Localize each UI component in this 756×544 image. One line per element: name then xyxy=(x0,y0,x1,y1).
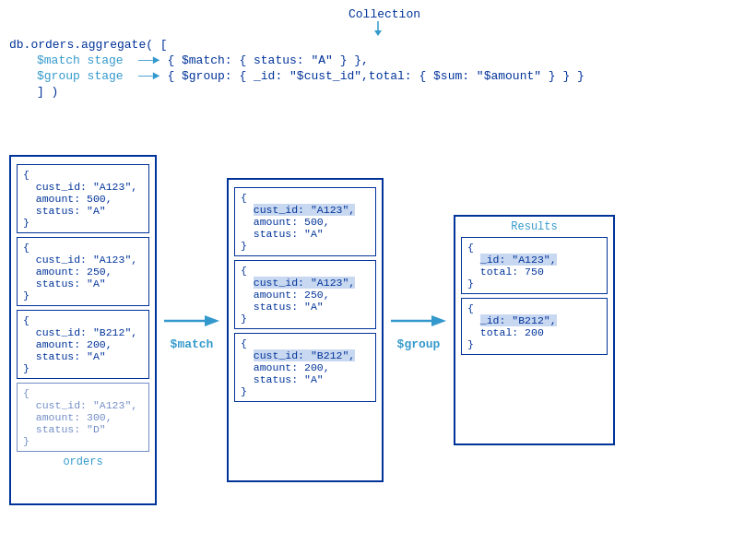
group-stage-label: $group stage xyxy=(37,69,138,83)
match-doc-3: { cust_id: "B212", amount: 200, status: … xyxy=(234,333,376,402)
match-arrow-block: $match xyxy=(164,308,219,351)
mdoc2-cust: cust_id: "A123", xyxy=(241,277,370,289)
rdoc2-id-highlight: _id: "B212", xyxy=(480,314,557,326)
doc1-close: } xyxy=(23,217,143,229)
collection-box-label: orders xyxy=(15,455,151,468)
results-box: Results { _id: "A123", total: 750 } { _i… xyxy=(454,215,615,445)
group-stage-row: $group stage ——► { $group: { _id: "$cust… xyxy=(9,69,747,83)
collection-down-arrow: Collection xyxy=(9,7,747,36)
doc4-open: { xyxy=(23,387,143,399)
diagram: { cust_id: "A123", amount: 500, status: … xyxy=(0,115,756,544)
svg-marker-1 xyxy=(374,30,382,36)
match-box: { cust_id: "A123", amount: 500, status: … xyxy=(227,178,384,482)
doc2-status: status: "A" xyxy=(23,278,143,290)
result-card-1: { _id: "A123", total: 750 } xyxy=(461,237,608,294)
mdoc1-open: { xyxy=(241,192,370,204)
doc2-cust: cust_id: "A123", xyxy=(23,254,143,266)
mdoc2-close: } xyxy=(241,313,370,325)
svg-marker-3 xyxy=(205,315,219,326)
mdoc1-close: } xyxy=(241,240,370,252)
group-arrow-block: $group xyxy=(391,308,446,351)
doc3-close: } xyxy=(23,362,143,374)
mdoc2-cust-highlight: cust_id: "A123", xyxy=(254,277,355,289)
mdoc3-close: } xyxy=(241,385,370,397)
doc3-amount: amount: 200, xyxy=(23,338,143,350)
doc4-cust: cust_id: "A123", xyxy=(23,399,143,411)
mdoc2-amount: amount: 250, xyxy=(241,289,370,301)
match-stage-label: $match stage xyxy=(37,53,138,67)
group-arrow-label: $group xyxy=(397,337,441,351)
match-doc-1: { cust_id: "A123", amount: 500, status: … xyxy=(234,187,376,256)
rdoc1-open: { xyxy=(467,242,601,254)
mdoc3-status: status: "A" xyxy=(241,373,370,385)
match-arrow-icon xyxy=(164,308,219,334)
rdoc2-id: _id: "B212", xyxy=(467,314,601,326)
doc1-open: { xyxy=(23,169,143,181)
match-arrow-label: $match xyxy=(171,337,214,351)
rdoc1-id-highlight: _id: "A123", xyxy=(480,254,557,266)
mdoc3-cust-highlight: cust_id: "B212", xyxy=(254,349,355,361)
rdoc2-close: } xyxy=(467,338,601,350)
results-label: Results xyxy=(459,220,609,233)
group-stage-code: { $group: { _id: "$cust_id",total: { $su… xyxy=(167,69,584,83)
doc2-open: { xyxy=(23,242,143,254)
mdoc1-status: status: "A" xyxy=(241,228,370,240)
down-arrow-icon xyxy=(372,21,384,36)
mdoc3-cust: cust_id: "B212", xyxy=(241,349,370,361)
doc3-open: { xyxy=(23,314,143,326)
mdoc3-amount: amount: 200, xyxy=(241,361,370,373)
mdoc2-open: { xyxy=(241,265,370,277)
rdoc2-total: total: 200 xyxy=(467,326,601,338)
mdoc3-open: { xyxy=(241,337,370,349)
doc-card-2: { cust_id: "A123", amount: 250, status: … xyxy=(17,237,149,306)
doc-card-3: { cust_id: "B212", amount: 200, status: … xyxy=(17,310,149,379)
match-stage-arrow-icon: ——► xyxy=(138,53,159,67)
collection-box: { cust_id: "A123", amount: 500, status: … xyxy=(9,155,157,505)
match-doc-2: { cust_id: "A123", amount: 250, status: … xyxy=(234,260,376,329)
page: Collection db.orders.aggregate( [ $match… xyxy=(0,0,756,544)
mdoc1-cust-highlight: cust_id: "A123", xyxy=(254,204,355,216)
doc-card-1: { cust_id: "A123", amount: 500, status: … xyxy=(17,164,149,233)
result-card-2: { _id: "B212", total: 200 } xyxy=(461,298,608,355)
doc1-amount: amount: 500, xyxy=(23,193,143,205)
aggregate-line: db.orders.aggregate( [ xyxy=(9,38,747,52)
doc1-cust: cust_id: "A123", xyxy=(23,181,143,193)
doc4-close: } xyxy=(23,435,143,447)
rdoc1-close: } xyxy=(467,278,601,290)
top-section: Collection db.orders.aggregate( [ $match… xyxy=(0,0,756,99)
doc2-amount: amount: 250, xyxy=(23,266,143,278)
collection-label: Collection xyxy=(348,7,420,21)
closing-bracket: ] ) xyxy=(37,85,747,99)
match-stage-code: { $match: { status: "A" } }, xyxy=(167,53,368,67)
doc3-cust: cust_id: "B212", xyxy=(23,326,143,338)
doc4-amount: amount: 300, xyxy=(23,411,143,423)
doc1-status: status: "A" xyxy=(23,205,143,217)
group-arrow-icon xyxy=(391,308,446,334)
match-stage-row: $match stage ——► { $match: { status: "A"… xyxy=(9,53,747,67)
group-stage-arrow-icon: ——► xyxy=(138,69,159,83)
doc-card-4: { cust_id: "A123", amount: 300, status: … xyxy=(17,383,149,452)
mdoc1-amount: amount: 500, xyxy=(241,216,370,228)
rdoc2-open: { xyxy=(467,302,601,314)
rdoc1-total: total: 750 xyxy=(467,266,601,278)
doc3-status: status: "A" xyxy=(23,350,143,362)
mdoc2-status: status: "A" xyxy=(241,301,370,313)
doc2-close: } xyxy=(23,290,143,302)
doc4-status: status: "D" xyxy=(23,423,143,435)
svg-marker-5 xyxy=(431,315,446,326)
mdoc1-cust: cust_id: "A123", xyxy=(241,204,370,216)
rdoc1-id: _id: "A123", xyxy=(467,254,601,266)
